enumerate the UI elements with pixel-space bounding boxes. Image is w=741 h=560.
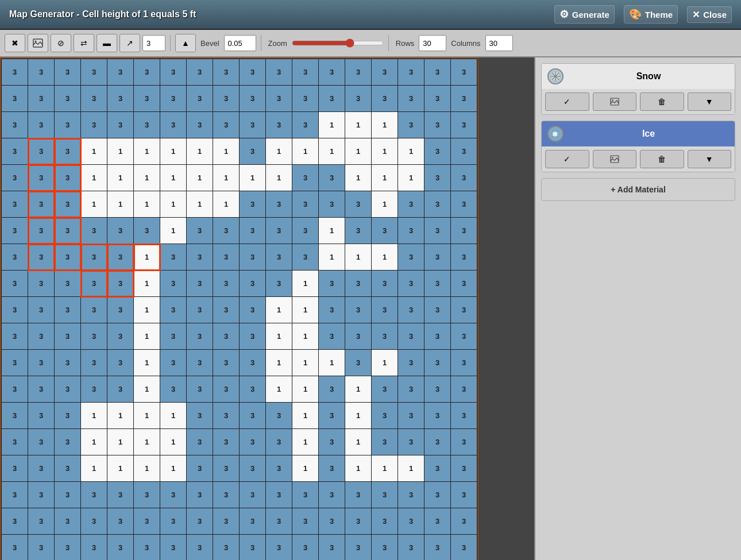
- tool-triangle[interactable]: ▲: [175, 34, 196, 52]
- grid-cell[interactable]: 3: [398, 112, 424, 138]
- grid-cell[interactable]: 3: [292, 191, 319, 218]
- grid-cell[interactable]: 3: [81, 59, 107, 86]
- grid-cell[interactable]: 3: [28, 455, 55, 482]
- ice-check-button[interactable]: ✓: [545, 150, 589, 168]
- grid-cell[interactable]: 3: [292, 165, 319, 191]
- grid-cell[interactable]: 3: [424, 455, 451, 482]
- grid-cell[interactable]: 3: [55, 482, 81, 508]
- grid-cell[interactable]: 3: [424, 508, 451, 535]
- grid-cell[interactable]: 3: [451, 323, 477, 350]
- grid-cell[interactable]: 3: [240, 112, 266, 138]
- grid-cell[interactable]: 3: [187, 244, 213, 271]
- grid-cell[interactable]: 3: [424, 535, 451, 561]
- grid-cell[interactable]: 3: [28, 165, 55, 191]
- grid-cell[interactable]: 3: [187, 323, 213, 350]
- grid-cell[interactable]: 1: [345, 244, 372, 271]
- grid-cell[interactable]: 3: [55, 191, 81, 218]
- grid-cell[interactable]: 1: [372, 350, 398, 376]
- grid-cell[interactable]: 1: [81, 138, 107, 165]
- grid-cell[interactable]: 3: [372, 323, 398, 350]
- grid-cell[interactable]: 3: [134, 535, 160, 561]
- grid-cell[interactable]: 3: [240, 297, 266, 323]
- grid-cell[interactable]: 3: [187, 482, 213, 508]
- grid-cell[interactable]: 3: [2, 165, 28, 191]
- theme-button[interactable]: 🎨 Theme: [624, 5, 678, 24]
- grid-cell[interactable]: 1: [372, 455, 398, 482]
- grid-cell[interactable]: 3: [213, 350, 240, 376]
- grid-cell[interactable]: 1: [345, 165, 372, 191]
- tool-swap[interactable]: ⇄: [74, 34, 94, 52]
- grid-cell[interactable]: 1: [134, 350, 160, 376]
- grid-cell[interactable]: 3: [160, 350, 187, 376]
- grid-cell[interactable]: 3: [160, 59, 187, 86]
- grid-cell[interactable]: 3: [240, 86, 266, 112]
- grid-cell[interactable]: 3: [213, 535, 240, 561]
- grid-cell[interactable]: 3: [345, 218, 372, 244]
- grid-scroll[interactable]: 3333333333333333333333333333333333333333…: [0, 57, 534, 560]
- grid-cell[interactable]: 3: [81, 323, 107, 350]
- generate-button[interactable]: ⚙ Generate: [554, 5, 615, 24]
- grid-cell[interactable]: 1: [107, 455, 134, 482]
- grid-cell[interactable]: 1: [160, 455, 187, 482]
- grid-cell[interactable]: 3: [55, 271, 81, 297]
- grid-cell[interactable]: 3: [213, 482, 240, 508]
- grid-cell[interactable]: 1: [319, 244, 345, 271]
- grid-cell[interactable]: 3: [398, 86, 424, 112]
- grid-cell[interactable]: 3: [55, 218, 81, 244]
- grid-cell[interactable]: 3: [160, 86, 187, 112]
- grid-cell[interactable]: 3: [134, 59, 160, 86]
- grid-cell[interactable]: 3: [319, 429, 345, 455]
- grid-cell[interactable]: 1: [266, 323, 292, 350]
- grid-cell[interactable]: 3: [28, 429, 55, 455]
- grid-cell[interactable]: 3: [266, 112, 292, 138]
- grid-cell[interactable]: 3: [398, 482, 424, 508]
- close-button[interactable]: ✕ Close: [687, 6, 732, 23]
- grid-cell[interactable]: 3: [55, 297, 81, 323]
- grid-cell[interactable]: 1: [81, 165, 107, 191]
- grid-cell[interactable]: 3: [266, 508, 292, 535]
- grid-cell[interactable]: 3: [213, 455, 240, 482]
- grid-cell[interactable]: 1: [398, 165, 424, 191]
- grid-cell[interactable]: 3: [28, 403, 55, 429]
- grid-cell[interactable]: 3: [451, 350, 477, 376]
- grid-cell[interactable]: 1: [292, 429, 319, 455]
- grid-cell[interactable]: 3: [28, 535, 55, 561]
- grid-cell[interactable]: 3: [2, 244, 28, 271]
- grid-cell[interactable]: 1: [81, 429, 107, 455]
- zoom-slider[interactable]: [292, 38, 384, 48]
- grid-cell[interactable]: 3: [187, 455, 213, 482]
- grid-cell[interactable]: 3: [372, 535, 398, 561]
- material-header-ice[interactable]: ❄ Ice: [542, 121, 735, 146]
- grid-cell[interactable]: 1: [372, 138, 398, 165]
- grid-cell[interactable]: 3: [160, 323, 187, 350]
- grid-cell[interactable]: 1: [107, 191, 134, 218]
- grid-cell[interactable]: 1: [345, 455, 372, 482]
- grid-cell[interactable]: 1: [187, 165, 213, 191]
- grid-cell[interactable]: 3: [55, 86, 81, 112]
- grid-cell[interactable]: 1: [372, 165, 398, 191]
- grid-cell[interactable]: 1: [160, 165, 187, 191]
- grid-cell[interactable]: 3: [240, 138, 266, 165]
- grid-cell[interactable]: 3: [451, 376, 477, 403]
- grid-cell[interactable]: 3: [55, 112, 81, 138]
- columns-input[interactable]: [485, 35, 513, 51]
- grid-cell[interactable]: 3: [319, 271, 345, 297]
- grid-cell[interactable]: 3: [134, 508, 160, 535]
- grid-cell[interactable]: 3: [107, 482, 134, 508]
- grid-cell[interactable]: 3: [213, 244, 240, 271]
- grid-cell[interactable]: 3: [2, 191, 28, 218]
- grid-cell[interactable]: 1: [345, 138, 372, 165]
- grid-cell[interactable]: 1: [240, 165, 266, 191]
- grid-cell[interactable]: 3: [240, 271, 266, 297]
- grid-cell[interactable]: 3: [81, 112, 107, 138]
- grid-cell[interactable]: 3: [213, 86, 240, 112]
- grid-cell[interactable]: 3: [2, 429, 28, 455]
- grid-cell[interactable]: 1: [107, 138, 134, 165]
- grid-cell[interactable]: 3: [345, 297, 372, 323]
- grid-cell[interactable]: 3: [160, 112, 187, 138]
- grid-cell[interactable]: 3: [319, 297, 345, 323]
- grid-cell[interactable]: 3: [55, 455, 81, 482]
- grid-cell[interactable]: 3: [107, 323, 134, 350]
- grid-cell[interactable]: 1: [134, 138, 160, 165]
- grid-cell[interactable]: 3: [160, 244, 187, 271]
